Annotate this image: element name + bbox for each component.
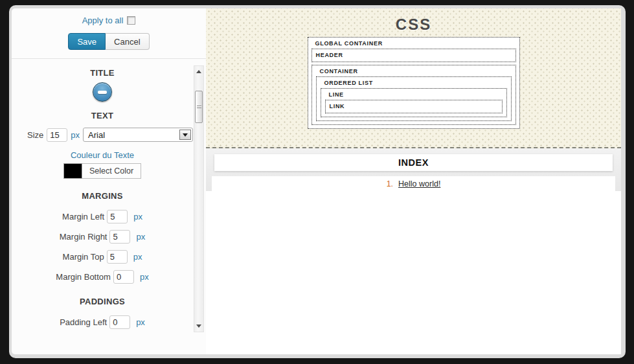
padding-left-unit: px — [136, 317, 145, 327]
padding-left-label: Padding Left — [60, 317, 107, 327]
editor-window: Apply to all Save Cancel TITLE TEXT Size… — [9, 5, 626, 358]
page-preview: CSS GLOBAL CONTAINER HEADER CONTAINER OR… — [206, 8, 621, 354]
title-section-header: TITLE — [12, 68, 193, 78]
settings-scroll-region: TITLE TEXT Size px Arial Co — [12, 59, 206, 334]
apply-to-all-checkbox[interactable] — [127, 16, 135, 25]
margin-left-input[interactable] — [107, 210, 128, 223]
color-swatch[interactable] — [63, 163, 82, 179]
margin-top-label: Margin Top — [63, 252, 104, 262]
container-label: CONTAINER — [316, 65, 512, 76]
preview-title: CSS — [206, 16, 621, 34]
chevron-down-icon — [183, 133, 188, 137]
margin-bottom-unit: px — [140, 272, 149, 282]
minus-icon — [98, 91, 107, 94]
index-header-label: INDEX — [398, 157, 429, 168]
size-input[interactable] — [47, 128, 67, 142]
line-box[interactable]: LINE LINK — [321, 88, 507, 117]
margin-left-unit: px — [133, 212, 142, 222]
size-unit-label: px — [71, 130, 80, 140]
line-label: LINE — [325, 89, 503, 100]
margin-left-row: Margin Left px — [12, 209, 193, 223]
margin-bottom-row: Margin Bottom px — [12, 269, 193, 284]
scrollbar-grip-icon — [197, 106, 201, 108]
paddings-section-header: PADDINGS — [12, 297, 193, 306]
apply-to-all-label: Apply to all — [82, 16, 124, 25]
ordered-list-box[interactable]: ORDERED LIST LINE LINK — [316, 76, 512, 121]
scrollbar-thumb[interactable] — [195, 91, 203, 123]
preview-index-section: INDEX 1. Hello world! — [206, 148, 621, 191]
preview-body-area — [206, 191, 621, 354]
hello-world-link[interactable]: Hello world! — [398, 179, 440, 188]
ordered-list-label: ORDERED LIST — [321, 77, 507, 88]
text-color-link[interactable]: Couleur du Texte — [12, 150, 193, 160]
scroll-down-icon — [196, 324, 201, 328]
margin-bottom-input[interactable] — [113, 270, 134, 284]
select-arrow-button[interactable] — [179, 130, 191, 140]
collapse-title-button[interactable] — [93, 82, 112, 102]
preview-header-area: CSS GLOBAL CONTAINER HEADER CONTAINER OR… — [206, 8, 621, 148]
font-size-row: Size px Arial — [12, 128, 193, 142]
margin-right-label: Margin Right — [60, 232, 108, 242]
list-item-number: 1. — [387, 179, 393, 188]
margin-top-row: Margin Top px — [12, 249, 193, 264]
global-container-box[interactable]: GLOBAL CONTAINER HEADER CONTAINER ORDERE… — [308, 37, 520, 129]
margin-top-unit: px — [133, 252, 142, 262]
scroll-up-button[interactable] — [194, 67, 203, 76]
scroll-down-button[interactable] — [194, 321, 203, 331]
margin-right-row: Margin Right px — [12, 229, 193, 244]
cancel-button[interactable]: Cancel — [106, 33, 149, 50]
select-color-button[interactable]: Select Color — [82, 163, 141, 179]
list-item: 1. Hello world! — [212, 176, 615, 192]
margin-left-label: Margin Left — [62, 212, 104, 222]
apply-to-all-row: Apply to all — [12, 16, 206, 25]
link-box[interactable]: LINK — [325, 100, 503, 113]
padding-left-row: Padding Left px — [12, 315, 193, 329]
margin-top-input[interactable] — [107, 250, 128, 264]
link-label: LINK — [326, 100, 502, 111]
color-picker-row: Select Color — [12, 163, 193, 179]
header-box[interactable]: HEADER — [311, 49, 516, 62]
margin-right-unit: px — [136, 232, 145, 242]
margin-bottom-label: Margin Bottom — [56, 272, 111, 282]
container-box[interactable]: CONTAINER ORDERED LIST LINE LINK — [311, 65, 516, 125]
size-label: Size — [27, 130, 43, 140]
font-family-select[interactable]: Arial — [83, 128, 193, 142]
save-button[interactable]: Save — [68, 33, 106, 50]
actions-row: Save Cancel — [12, 33, 206, 50]
css-structure-diagram: GLOBAL CONTAINER HEADER CONTAINER ORDERE… — [308, 37, 520, 129]
margins-section-header: MARGINS — [12, 191, 193, 201]
text-section-header: TEXT — [12, 111, 193, 120]
panel-scrollbar[interactable] — [194, 65, 204, 332]
padding-left-input[interactable] — [109, 315, 130, 329]
index-header-bar: INDEX — [214, 154, 613, 171]
global-container-label: GLOBAL CONTAINER — [311, 38, 516, 49]
margin-right-input[interactable] — [109, 230, 130, 244]
scroll-up-icon — [196, 70, 201, 73]
settings-panel: Apply to all Save Cancel TITLE TEXT Size… — [12, 8, 206, 354]
font-family-value: Arial — [88, 130, 105, 140]
header-label: HEADER — [312, 49, 515, 60]
